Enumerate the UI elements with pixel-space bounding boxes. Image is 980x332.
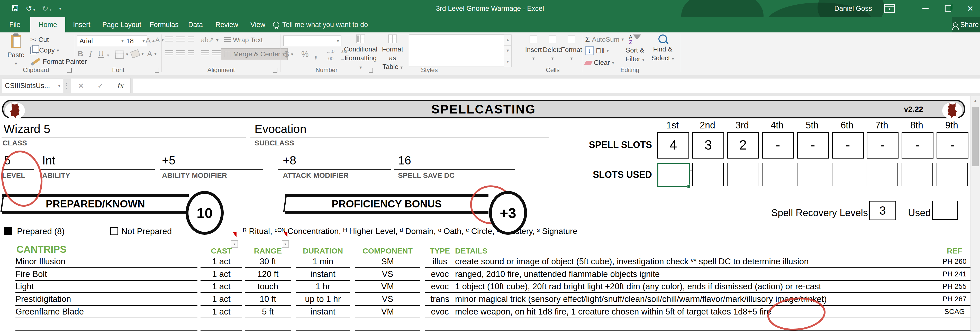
format-painter-button[interactable]: Format Painter (30, 57, 87, 65)
spell-range[interactable]: 30 ft (245, 256, 291, 268)
level-value[interactable]: 5 (4, 153, 11, 167)
spell-details[interactable]: ranged, 2d10 fire, unattended flammable … (451, 269, 942, 281)
spell-slot-cell[interactable]: - (832, 132, 864, 158)
not-prepared-checkbox[interactable] (110, 227, 118, 235)
spell-component[interactable]: VM (355, 281, 420, 293)
delete-cells-button[interactable]: Delete ▾ (544, 35, 562, 63)
scrollbar-thumb[interactable] (972, 107, 979, 166)
slots-used-cell[interactable] (937, 163, 968, 186)
bold-button[interactable]: B (78, 49, 83, 58)
copy-button[interactable]: Copy ▾ (30, 46, 59, 54)
spell-slot-cell[interactable]: - (937, 132, 969, 158)
spell-name[interactable]: Fire Bolt (16, 269, 197, 281)
spell-range[interactable]: 10 ft (245, 294, 291, 306)
font-family-select[interactable]: Arial▾ (77, 35, 126, 46)
spell-cast[interactable]: 1 act (200, 306, 242, 318)
align-center-icon[interactable] (177, 50, 185, 57)
spell-type[interactable]: evoc (425, 306, 455, 318)
empty-row-cell[interactable] (425, 319, 455, 331)
font-color-button[interactable]: A▾ (147, 49, 157, 58)
conditional-formatting-button[interactable]: Conditional Formatting ▾ (344, 35, 377, 72)
ribbon-display-options-icon[interactable]: ▲ (881, 0, 898, 17)
spell-details[interactable]: melee weapon, on hit 1d8 fire, 1 creatur… (451, 306, 942, 318)
name-box-dropdown-icon[interactable]: ▾ (58, 83, 60, 89)
alignment-dialog-launcher[interactable] (273, 68, 277, 73)
slots-used-cell[interactable] (762, 163, 793, 186)
prepared-checkbox[interactable] (4, 227, 12, 235)
paste-button[interactable]: Paste ▾ (3, 35, 28, 68)
spell-save-dc-value[interactable]: 16 (398, 153, 411, 167)
tab-view[interactable]: View (244, 17, 272, 32)
align-middle-icon[interactable] (177, 37, 185, 43)
formula-input[interactable] (133, 78, 980, 93)
accounting-format-icon[interactable]: $▾ (284, 49, 293, 59)
spell-slot-cell[interactable]: - (797, 132, 829, 158)
comma-style-icon[interactable]: , (314, 47, 317, 60)
fill-color-button[interactable]: ▾ (131, 50, 144, 57)
spell-type[interactable]: illus (425, 256, 455, 268)
spell-details[interactable]: create sound or image of object (5ft cub… (451, 256, 942, 268)
format-cells-button[interactable]: Format ▾ (562, 35, 581, 63)
spell-slot-cell[interactable]: 4 (657, 132, 689, 158)
close-button[interactable]: ✕ (962, 0, 978, 17)
spell-cast[interactable]: 1 act (200, 256, 242, 268)
merge-center-button[interactable]: Merge & Center ▾ (221, 48, 288, 60)
spell-cast[interactable]: 1 act (200, 294, 242, 306)
spell-duration[interactable]: 1 hr (296, 281, 350, 293)
spell-component[interactable]: SM (355, 256, 420, 268)
underline-dropdown-icon[interactable]: ▾ (107, 53, 109, 58)
slots-used-cell[interactable] (832, 163, 863, 186)
find-select-button[interactable]: Find & Select ▾ (649, 35, 676, 63)
formula-bar-splitter[interactable]: ⋮ (63, 81, 70, 90)
spell-name[interactable]: Prestidigitation (16, 294, 197, 306)
format-as-table-button[interactable]: Format as Table ▾ (379, 35, 407, 72)
proficiency-bonus-value[interactable]: +3 (489, 191, 527, 235)
spell-duration[interactable]: instant (296, 269, 350, 281)
spell-slot-cell[interactable]: - (902, 132, 934, 158)
sort-filter-button[interactable]: AZ Sort & Filter ▾ (622, 35, 648, 64)
slots-used-cell[interactable] (797, 163, 828, 186)
styles-gallery-scrollbar[interactable]: ▲ ▼ ▾ (504, 35, 512, 67)
insert-cells-button[interactable]: Insert ▾ (525, 35, 542, 63)
insert-function-icon[interactable]: fx (117, 81, 124, 90)
autosum-button[interactable]: Σ AutoSum ▾ (585, 35, 624, 44)
spell-name[interactable]: Greenflame Blade (16, 306, 197, 318)
slots-used-cell[interactable] (727, 163, 758, 186)
align-left-icon[interactable] (165, 50, 173, 57)
cell-styles-gallery[interactable] (409, 35, 504, 66)
tab-data[interactable]: Data (181, 17, 210, 32)
ability-modifier-value[interactable]: +5 (162, 153, 175, 167)
spell-ref[interactable]: PH 267 (938, 294, 971, 306)
percent-style-icon[interactable]: % (301, 49, 309, 59)
empty-row-cell[interactable] (938, 319, 971, 331)
spell-component[interactable]: VS (355, 294, 420, 306)
align-bottom-icon[interactable] (188, 37, 194, 43)
spell-duration[interactable]: up to 1 hr (296, 294, 350, 306)
name-box[interactable]: CSIIISlotsUs... ▾ (2, 78, 63, 93)
spell-type[interactable]: evoc (425, 269, 455, 281)
tab-formulas[interactable]: Formulas (143, 17, 185, 32)
spell-slot-cell[interactable]: - (867, 132, 899, 158)
empty-row-cell[interactable] (296, 319, 350, 331)
recovery-used-value[interactable] (932, 201, 958, 220)
spell-ref[interactable]: PH 241 (938, 269, 971, 281)
empty-row-cell[interactable] (200, 319, 242, 331)
tab-file[interactable]: File (3, 17, 27, 32)
vertical-scrollbar[interactable]: ▲ (970, 96, 980, 332)
ability-value[interactable]: Int (42, 153, 55, 167)
empty-row-cell[interactable] (451, 319, 939, 331)
font-size-select[interactable]: 18▾ (124, 35, 147, 46)
tell-me-box[interactable]: Tell me what you want to do (273, 17, 368, 32)
tab-review[interactable]: Review (209, 17, 245, 32)
wrap-text-button[interactable]: Wrap Text (224, 36, 263, 44)
prepared-known-value[interactable]: 10 (186, 191, 224, 235)
tab-home[interactable]: Home (30, 17, 65, 32)
shrink-font-icon[interactable]: A▼ (155, 36, 164, 44)
spell-type[interactable]: evoc (425, 281, 455, 293)
spell-cast[interactable]: 1 act (200, 281, 242, 293)
empty-row-cell[interactable] (245, 319, 291, 331)
spell-name[interactable]: Light (16, 281, 197, 293)
spell-name[interactable]: Minor Illusion (16, 256, 197, 268)
subclass-value[interactable]: Evocation (255, 122, 307, 136)
slots-used-cell[interactable] (902, 163, 933, 186)
